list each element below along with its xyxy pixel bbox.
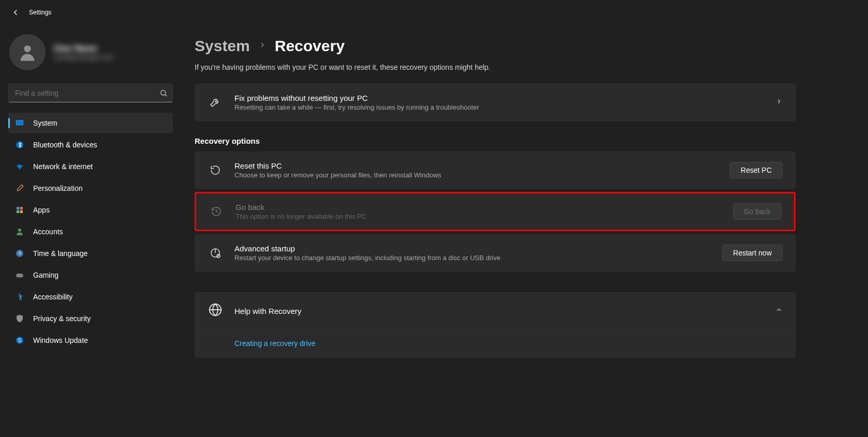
restart-now-button[interactable]: Restart now	[722, 245, 783, 261]
sidebar-item-label: Time & language	[33, 249, 87, 258]
history-icon	[209, 204, 224, 219]
sidebar-item-system[interactable]: System	[8, 113, 173, 133]
update-icon	[14, 335, 25, 345]
troubleshoot-sub: Resetting can take a while — first, try …	[234, 103, 775, 111]
svg-rect-11	[16, 274, 23, 278]
reset-icon	[208, 162, 223, 178]
sidebar-item-network[interactable]: Network & internet	[8, 156, 173, 177]
sidebar-item-label: Personalization	[33, 184, 83, 192]
sidebar-item-apps[interactable]: Apps	[8, 200, 173, 220]
intro-text: If you're having problems with your PC o…	[195, 63, 796, 71]
go-back-title: Go back	[236, 203, 704, 212]
help-header[interactable]: Help with Recovery	[195, 293, 795, 329]
sidebar-item-time[interactable]: Time & language	[8, 243, 173, 264]
chevron-right-icon	[775, 98, 783, 107]
svg-rect-5	[17, 207, 19, 209]
sidebar-item-label: Privacy & security	[33, 314, 91, 323]
power-gear-icon	[208, 245, 223, 261]
reset-title: Reset this PC	[234, 161, 705, 170]
svg-point-9	[18, 229, 21, 232]
sidebar-item-personalization[interactable]: Personalization	[8, 178, 173, 199]
bluetooth-icon	[14, 140, 25, 150]
sidebar-item-bluetooth[interactable]: Bluetooth & devices	[8, 134, 173, 155]
section-heading: Recovery options	[195, 137, 796, 145]
apps-icon	[14, 205, 25, 215]
profile-name: User Name	[54, 44, 114, 53]
advanced-startup-card: Advanced startup Restart your device to …	[195, 234, 796, 272]
troubleshoot-title: Fix problems without resetting your PC	[234, 94, 775, 102]
profile-card[interactable]: User Name user@example.com	[5, 30, 176, 74]
gaming-icon	[14, 270, 25, 280]
svg-rect-7	[17, 210, 19, 213]
go-back-card: Go back This option is no longer availab…	[195, 192, 796, 231]
advanced-sub: Restart your device to change startup se…	[234, 254, 705, 262]
sidebar-item-label: Network & internet	[33, 162, 93, 171]
sidebar-item-gaming[interactable]: Gaming	[8, 265, 173, 285]
svg-point-13	[16, 337, 23, 344]
shield-icon	[14, 313, 25, 324]
troubleshoot-card[interactable]: Fix problems without resetting your PC R…	[195, 84, 796, 121]
help-card: Help with Recovery Creating a recovery d…	[195, 292, 796, 358]
wifi-icon	[14, 161, 25, 172]
app-title: Settings	[29, 9, 51, 16]
clock-icon	[14, 248, 25, 259]
breadcrumb-current: Recovery	[275, 37, 345, 55]
sidebar-item-label: Windows Update	[33, 336, 88, 344]
breadcrumb-parent[interactable]: System	[195, 37, 250, 55]
nav-list: System Bluetooth & devices Network & int…	[5, 113, 176, 351]
sidebar: User Name user@example.com System Blueto…	[0, 25, 181, 437]
svg-point-12	[19, 293, 21, 295]
avatar-icon	[9, 34, 46, 70]
svg-rect-6	[20, 207, 23, 209]
profile-email: user@example.com	[54, 53, 114, 61]
search-input[interactable]	[8, 84, 173, 102]
main-content: System Recovery If you're having problem…	[181, 25, 868, 437]
sidebar-item-label: Apps	[33, 206, 50, 214]
reset-sub: Choose to keep or remove your personal f…	[234, 171, 705, 179]
sidebar-item-update[interactable]: Windows Update	[8, 330, 173, 351]
go-back-button: Go back	[733, 203, 782, 220]
reset-pc-card: Reset this PC Choose to keep or remove y…	[195, 152, 796, 189]
back-button[interactable]	[7, 4, 24, 21]
help-title: Help with Recovery	[234, 307, 775, 315]
accounts-icon	[14, 227, 25, 237]
sidebar-item-label: System	[33, 119, 57, 127]
svg-rect-8	[20, 210, 23, 213]
sidebar-item-label: Bluetooth & devices	[33, 141, 97, 149]
sidebar-item-accessibility[interactable]: Accessibility	[8, 287, 173, 307]
sidebar-item-label: Accounts	[33, 228, 63, 236]
sidebar-item-accounts[interactable]: Accounts	[8, 221, 173, 242]
breadcrumb: System Recovery	[195, 37, 796, 55]
chevron-up-icon	[775, 306, 783, 315]
go-back-sub: This option is no longer available on th…	[236, 213, 704, 220]
globe-icon	[208, 302, 223, 320]
sidebar-item-privacy[interactable]: Privacy & security	[8, 308, 173, 329]
wrench-icon	[208, 95, 223, 110]
chevron-right-icon	[258, 41, 267, 51]
search-box	[8, 84, 173, 102]
svg-rect-2	[16, 120, 23, 125]
system-icon	[14, 118, 25, 128]
search-icon	[159, 89, 168, 97]
help-link[interactable]: Creating a recovery drive	[234, 339, 315, 348]
svg-point-1	[161, 91, 166, 95]
title-bar: Settings	[0, 0, 868, 25]
sidebar-item-label: Accessibility	[33, 293, 72, 301]
svg-point-0	[24, 46, 31, 52]
reset-pc-button[interactable]: Reset PC	[730, 162, 783, 178]
advanced-title: Advanced startup	[234, 244, 705, 253]
sidebar-item-label: Gaming	[33, 271, 58, 279]
accessibility-icon	[14, 292, 25, 302]
brush-icon	[14, 183, 25, 193]
